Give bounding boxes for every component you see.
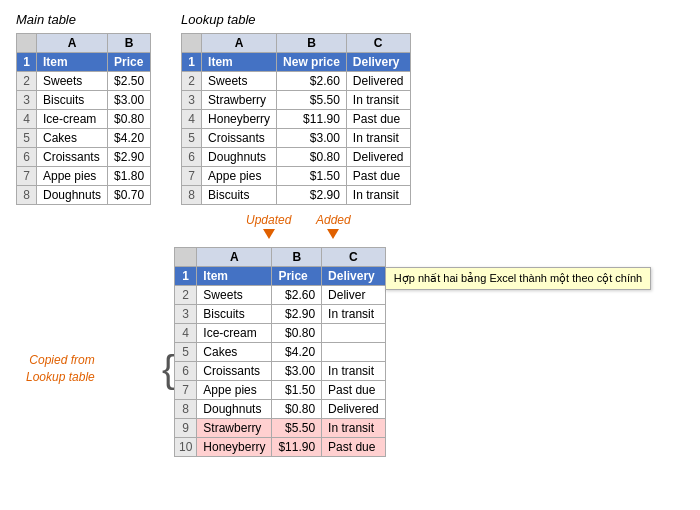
table-row: 8 Doughnuts $0.70 [17,186,151,205]
table-row-highlighted: 9 Strawberry $5.50 In transit [175,419,386,438]
table-row: 7 Appe pies $1.80 [17,167,151,186]
table-row: 2 Sweets $2.60 Delivered [182,72,410,91]
main-col-b: B [108,34,151,53]
table-row: 8 Biscuits $2.90 In transit [182,186,410,205]
table-row: 3 Strawberry $5.50 In transit [182,91,410,110]
table-row: 5 Cakes $4.20 [175,343,386,362]
added-arrow-group: Added [316,213,351,239]
tables-row: Main table A B 1 Item Price 2 Sweets $2.… [16,12,684,205]
page-wrapper: Main table A B 1 Item Price 2 Sweets $2.… [0,0,700,469]
table-row: 5 Cakes $4.20 [17,129,151,148]
tooltip: Hợp nhất hai bảng Excel thành một theo c… [385,267,651,290]
corner-cell [17,34,37,53]
result-section: Updated Added Copied fromLookup table { [174,213,684,457]
table-row-highlighted: 10 Honeyberry $11.90 Past due [175,438,386,457]
lookup-table-section: Lookup table A B C 1 Item New price Deli… [181,12,410,205]
main-header-price: Price [108,53,151,72]
main-col-a: A [37,34,108,53]
table-row: 6 Croissants $3.00 In transit [175,362,386,381]
result-table-wrapper: Copied fromLookup table { A B C 1 Item P… [174,247,684,457]
table-row: 6 Croissants $2.90 [17,148,151,167]
main-table-section: Main table A B 1 Item Price 2 Sweets $2.… [16,12,151,205]
table-row: 7 Appe pies $1.50 Past due [182,167,410,186]
copied-label: Copied fromLookup table [26,352,95,386]
arrows-container: Updated Added [178,213,684,247]
table-row: 8 Doughnuts $0.80 Delivered [175,400,386,419]
main-header-item: Item [37,53,108,72]
main-table-title: Main table [16,12,151,27]
updated-label: Updated [246,213,291,227]
table-row: 6 Doughnuts $0.80 Delivered [182,148,410,167]
table-row: 7 Appe pies $1.50 Past due [175,381,386,400]
table-row: 5 Croissants $3.00 In transit [182,129,410,148]
added-arrow-icon [327,229,339,239]
lookup-table: A B C 1 Item New price Delivery 2 Sweets… [181,33,410,205]
main-table: A B 1 Item Price 2 Sweets $2.50 3 Biscui… [16,33,151,205]
table-row: 2 Sweets $2.50 [17,72,151,91]
brace-icon: { [162,350,175,388]
copied-text: Copied fromLookup table [26,353,95,384]
updated-arrow-group: Updated [246,213,291,239]
table-row: 2 Sweets $2.60 Deliver [175,286,386,305]
main-row-num-1: 1 [17,53,37,72]
updated-arrow-icon [263,229,275,239]
table-row: 3 Biscuits $2.90 In transit [175,305,386,324]
table-row: 4 Ice-cream $0.80 [17,110,151,129]
lookup-table-title: Lookup table [181,12,410,27]
added-label: Added [316,213,351,227]
result-table: A B C 1 Item Price Delivery Hợp nhất hai… [174,247,386,457]
table-row: 4 Honeyberry $11.90 Past due [182,110,410,129]
table-row: 4 Ice-cream $0.80 [175,324,386,343]
table-row: 3 Biscuits $3.00 [17,91,151,110]
